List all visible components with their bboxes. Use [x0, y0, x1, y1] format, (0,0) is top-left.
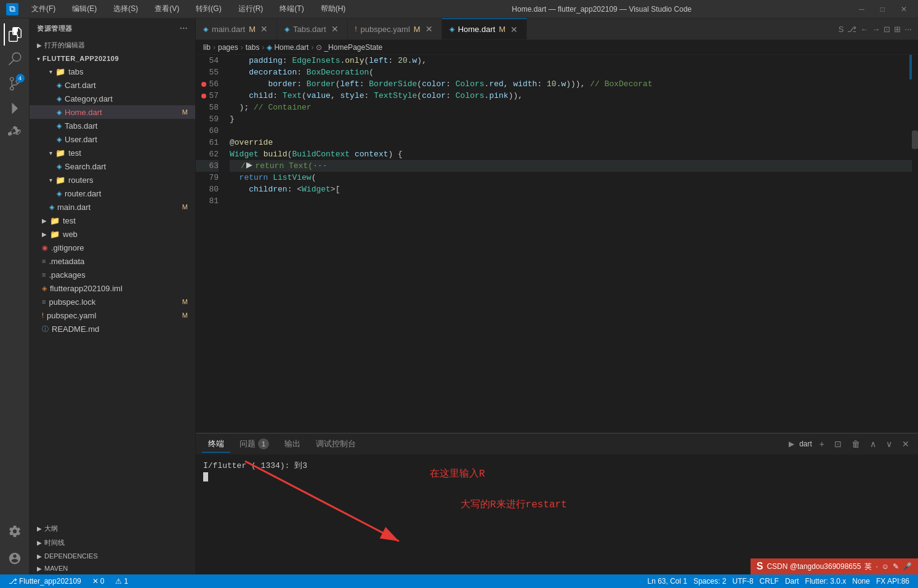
project-section[interactable]: ▾ FLUTTER_APP202109 [30, 52, 195, 65]
activity-search[interactable] [4, 48, 26, 70]
code-editor[interactable]: 54 55 56 57 58 59 60 61 62 63 79 80 [196, 55, 918, 433]
gitignore-icon: ◉ [42, 244, 48, 252]
timeline-section[interactable]: ▶ 时间线 [30, 536, 195, 550]
tab-tabs-dart[interactable]: ◈ Tabs.dart ✕ [277, 18, 347, 40]
status-errors[interactable]: ✕ 0 [90, 577, 107, 586]
tree-item-pubspec-yaml[interactable]: ! pubspec.yaml M [30, 308, 195, 322]
tab-debug-console[interactable]: 调试控制台 [310, 436, 362, 452]
tree-item-cart[interactable]: ◈ Cart.dart [30, 78, 195, 92]
breadcrumb-symbol[interactable]: ⊙ _HomePageState [316, 43, 382, 52]
close-tab-tabs[interactable]: ✕ [330, 23, 340, 34]
status-flutter[interactable]: Flutter: 3.0.x [803, 577, 849, 586]
tree-item-pubspec-lock[interactable]: ≡ pubspec.lock M [30, 295, 195, 308]
chevron-icon: ▾ [49, 177, 52, 183]
close-tab-home[interactable]: ✕ [509, 24, 519, 35]
close-tab-pubspec[interactable]: ✕ [424, 23, 434, 34]
tree-item-routers[interactable]: ▾ 📁 routers [30, 173, 195, 187]
tree-item-category[interactable]: ◈ Category.dart [30, 92, 195, 105]
sidebar-more[interactable]: ··· [180, 23, 188, 33]
code-line-62: Widget build(BuildContext context) { [230, 148, 918, 160]
tree-item-tabs-dart[interactable]: ◈ Tabs.dart [30, 119, 195, 132]
open-changes-icon[interactable]: ⊡ [884, 25, 890, 34]
close-panel-button[interactable]: ✕ [900, 438, 912, 450]
outline-section[interactable]: ▶ 大纲 [30, 522, 195, 536]
vscode-logo: ⧉ [6, 3, 18, 15]
tab-bar: ◈ main.dart M ✕ ◈ Tabs.dart ✕ ! pubspec.… [196, 18, 918, 40]
minimap-highlight [909, 55, 912, 79]
menu-edit[interactable]: 编辑(E) [68, 2, 100, 15]
annotation-text2: 大写的R来进行restart [461, 498, 567, 511]
breadcrumb-file[interactable]: ◈ Home.dart [267, 43, 308, 52]
go-forward-icon[interactable]: → [872, 25, 880, 34]
maximize-button[interactable]: □ [876, 5, 890, 14]
status-language[interactable]: Dart [783, 577, 802, 586]
folder-icon: 📁 [55, 175, 65, 185]
activity-run[interactable] [4, 97, 26, 119]
menu-file[interactable]: 文件(F) [28, 2, 59, 15]
activity-extensions[interactable] [4, 122, 26, 144]
status-line-ending[interactable]: CRLF [757, 577, 781, 586]
tree-item-test2[interactable]: ▶ 📁 test [30, 214, 195, 227]
minimize-button[interactable]: ─ [854, 5, 869, 14]
menu-view[interactable]: 查看(V) [151, 2, 183, 15]
tree-item-router[interactable]: ◈ router.dart [30, 187, 195, 200]
branch-icon[interactable]: ⎇ [847, 25, 856, 34]
status-warnings[interactable]: ⚠ 1 [113, 577, 131, 586]
tree-item-metadata[interactable]: ≡ .metadata [30, 254, 195, 268]
activity-account[interactable] [4, 547, 26, 570]
activity-settings[interactable] [4, 520, 26, 542]
split-editor-icon[interactable]: S [839, 25, 844, 34]
status-spaces[interactable]: Spaces: 2 [691, 577, 728, 586]
menu-select[interactable]: 选择(S) [110, 2, 142, 15]
add-terminal-button[interactable]: + [817, 438, 827, 450]
tree-item-gitignore[interactable]: ◉ .gitignore [30, 241, 195, 254]
status-api[interactable]: FX API:86 [874, 577, 912, 586]
menu-terminal[interactable]: 终端(T) [276, 2, 307, 15]
tab-home-dart[interactable]: ◈ Home.dart M ✕ [442, 18, 528, 40]
status-line-col[interactable]: Ln 63, Col 1 [645, 577, 690, 586]
dart-file-icon: ◈ [57, 108, 62, 116]
tree-item-web[interactable]: ▶ 📁 web [30, 227, 195, 241]
error-icon: ✕ [92, 577, 99, 586]
scrollbar-thumb[interactable] [912, 131, 918, 149]
maven-section[interactable]: ▶ MAVEN [30, 562, 195, 574]
tree-item-readme[interactable]: ⓘ README.md [30, 322, 195, 336]
tree-item-home[interactable]: ◈ Home.dart M [30, 105, 195, 119]
tab-terminal[interactable]: 终端 [202, 436, 230, 453]
layout-icon[interactable]: ⊞ [894, 25, 901, 34]
code-content[interactable]: padding: EdgeInsets.only(left: 20.w), de… [223, 55, 918, 433]
expand-panel-button[interactable]: ∨ [884, 438, 895, 450]
terminal-content[interactable]: I/flutter ( 1334): 到3 在这里输入R 大写的R来进行rest… [196, 455, 918, 574]
open-editors-section[interactable]: ▶ 打开的编辑器 [30, 38, 195, 52]
tree-item-iml[interactable]: ◈ flutterapp202109.iml [30, 281, 195, 295]
split-terminal-button[interactable]: ⊡ [832, 438, 844, 450]
chevron-down-icon: ▾ [37, 55, 40, 62]
dart-file-icon: ◈ [57, 135, 62, 143]
collapse-panel-button[interactable]: ∧ [868, 438, 879, 450]
more-icon[interactable]: ··· [904, 24, 912, 34]
go-back-icon[interactable]: ← [860, 25, 868, 34]
tab-pubspec[interactable]: ! pubspec.yaml M ✕ [348, 18, 442, 40]
menu-goto[interactable]: 转到(G) [192, 2, 225, 15]
status-encoding[interactable]: UTF-8 [730, 577, 756, 586]
tab-output[interactable]: 输出 [278, 436, 307, 452]
tree-item-test[interactable]: ▾ 📁 test [30, 146, 195, 159]
close-tab-main[interactable]: ✕ [259, 23, 269, 34]
status-none[interactable]: None [850, 577, 872, 586]
tab-main-dart[interactable]: ◈ main.dart M ✕ [196, 18, 277, 40]
tree-item-main[interactable]: ◈ main.dart M [30, 200, 195, 214]
menu-run[interactable]: 运行(R) [235, 2, 267, 15]
activity-bar: 4 [0, 18, 30, 574]
dependencies-section[interactable]: ▶ DEPENDENCIES [30, 550, 195, 562]
close-button[interactable]: ✕ [896, 5, 912, 14]
tree-item-search[interactable]: ◈ Search.dart [30, 159, 195, 173]
delete-terminal-button[interactable]: 🗑 [849, 438, 863, 450]
menu-help[interactable]: 帮助(H) [317, 2, 350, 15]
tree-item-packages[interactable]: ≡ .packages [30, 268, 195, 281]
activity-git[interactable]: 4 [4, 73, 26, 95]
tab-problems[interactable]: 问题 1 [233, 436, 275, 452]
tree-item-tabs[interactable]: ▾ 📁 tabs [30, 65, 195, 78]
tree-item-user[interactable]: ◈ User.dart [30, 132, 195, 146]
activity-explorer[interactable] [4, 23, 26, 46]
status-branch[interactable]: ⎇ Flutter_app202109 [6, 577, 84, 586]
